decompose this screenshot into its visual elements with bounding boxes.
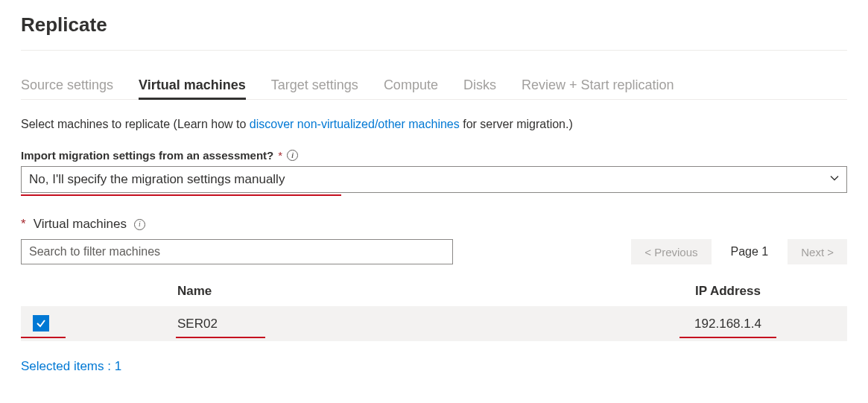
table-row[interactable]: SER02 192.168.1.4 [21, 306, 847, 341]
col-header-checkbox [21, 276, 66, 306]
import-settings-value: No, I'll specify the migration settings … [29, 172, 285, 187]
tab-disks[interactable]: Disks [463, 73, 496, 100]
col-header-ip[interactable]: IP Address [609, 276, 847, 306]
search-input[interactable] [21, 239, 453, 264]
info-icon[interactable]: i [134, 219, 145, 230]
vm-section-label: Virtual machines [34, 217, 127, 232]
tab-target-settings[interactable]: Target settings [271, 73, 358, 100]
row-checkbox[interactable] [33, 315, 49, 331]
tab-virtual-machines[interactable]: Virtual machines [139, 73, 246, 100]
highlight-underline-ip [679, 337, 776, 338]
col-header-name[interactable]: Name [66, 276, 609, 306]
instruction-suffix: for server migration.) [460, 118, 573, 130]
import-settings-label: Import migration settings from an assess… [21, 149, 847, 162]
highlight-underline-name [176, 337, 265, 338]
vm-section-header: * Virtual machines i [21, 217, 847, 232]
row-ip: 192.168.1.4 [694, 317, 761, 331]
discover-link[interactable]: discover non-virtualized/other machines [250, 118, 460, 130]
tab-review-start[interactable]: Review + Start replication [522, 73, 674, 100]
divider-top [21, 50, 847, 51]
tab-source-settings[interactable]: Source settings [21, 73, 113, 100]
info-icon[interactable]: i [287, 150, 298, 161]
tab-compute[interactable]: Compute [384, 73, 438, 100]
highlight-underline-select [21, 194, 341, 196]
instruction-text: Select machines to replicate (Learn how … [21, 118, 847, 131]
required-star-icon: * [21, 217, 26, 232]
previous-button[interactable]: < Previous [631, 239, 711, 264]
selected-items-count: Selected items : 1 [21, 359, 847, 374]
page-indicator: Page 1 [720, 245, 779, 258]
next-button[interactable]: Next > [788, 239, 847, 264]
import-settings-label-text: Import migration settings from an assess… [21, 149, 273, 162]
instruction-prefix: Select machines to replicate (Learn how … [21, 118, 250, 130]
required-star-icon: * [278, 149, 282, 162]
import-settings-select[interactable]: No, I'll specify the migration settings … [21, 166, 847, 193]
row-name: SER02 [177, 317, 218, 331]
tabs-bar: Source settings Virtual machines Target … [21, 73, 847, 100]
vm-table: Name IP Address SER02 192.168.1.4 [21, 276, 847, 341]
vm-toolbar: < Previous Page 1 Next > [21, 239, 847, 264]
page-title: Replicate [21, 13, 847, 37]
